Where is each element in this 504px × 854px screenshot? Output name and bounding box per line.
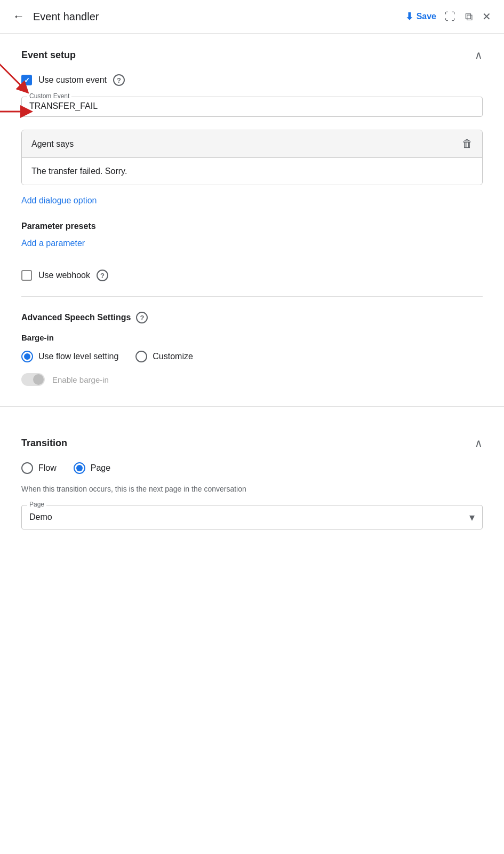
- barge-in-radio-group: Use flow level setting Customize: [21, 351, 483, 362]
- transition-flow-label: Flow: [38, 463, 57, 473]
- custom-event-row-wrapper: ✓ Use custom event ?: [21, 74, 483, 86]
- event-setup-title: Event setup: [21, 50, 76, 61]
- save-button[interactable]: ⬇ Save: [405, 11, 436, 22]
- barge-in-flow-label: Use flow level setting: [38, 352, 118, 361]
- transition-title: Transition: [21, 438, 67, 449]
- barge-in-customize-radio[interactable]: [135, 351, 147, 362]
- use-custom-event-row: ✓ Use custom event ?: [21, 74, 483, 86]
- page-title: Event handler: [33, 11, 397, 23]
- close-icon[interactable]: ✕: [482, 10, 491, 23]
- barge-in-flow-radio-inner: [24, 353, 30, 360]
- use-webhook-checkbox[interactable]: [21, 270, 32, 281]
- add-dialogue-label: Add dialogue option: [21, 196, 97, 205]
- advanced-speech-title: Advanced Speech Settings: [21, 313, 131, 322]
- transition-radio-group: Flow Page: [21, 462, 483, 474]
- delete-agent-says-button[interactable]: 🗑: [462, 138, 473, 150]
- use-webhook-label: Use webhook: [38, 271, 90, 280]
- webhook-help-icon[interactable]: ?: [97, 270, 108, 281]
- agent-says-header: Agent says 🗑: [22, 130, 482, 158]
- toggle-knob: [33, 374, 44, 385]
- save-label: Save: [417, 12, 436, 21]
- page-field-label: Page: [27, 501, 46, 508]
- advanced-speech-help-icon[interactable]: ?: [136, 312, 148, 323]
- add-parameter-label: Add a parameter: [21, 239, 85, 248]
- agent-says-card: Agent says 🗑 The transfer failed. Sorry.: [21, 130, 483, 185]
- enable-barge-in-toggle: [21, 373, 45, 386]
- header: ← Event handler ⬇ Save ⛶ ⧉ ✕: [0, 0, 504, 34]
- event-setup-section: Event setup ∧ ✓ Use custom event ?: [0, 34, 504, 401]
- barge-in-title: Barge-in: [21, 333, 483, 342]
- dropdown-arrow-icon: ▾: [469, 511, 475, 524]
- transition-header: Transition ∧: [21, 437, 483, 449]
- move-icon[interactable]: ⧉: [465, 11, 473, 23]
- custom-event-field-label: Custom Event: [27, 92, 71, 100]
- transition-flow-option[interactable]: Flow: [21, 462, 57, 474]
- checkmark-icon: ✓: [24, 76, 30, 84]
- divider-1: [21, 296, 483, 297]
- barge-in-customize-option[interactable]: Customize: [135, 351, 193, 362]
- use-custom-event-checkbox[interactable]: ✓: [21, 75, 32, 85]
- barge-in-customize-label: Customize: [153, 352, 193, 361]
- enable-barge-in-row: Enable barge-in: [21, 373, 483, 386]
- transition-section: Transition ∧ Flow Page When this transit…: [0, 422, 504, 529]
- add-dialogue-button[interactable]: Add dialogue option: [21, 196, 483, 222]
- custom-event-field-value: TRANSFER_FAIL: [29, 99, 98, 110]
- transition-flow-radio[interactable]: [21, 462, 33, 474]
- transition-description: When this transition occurs, this is the…: [21, 485, 483, 493]
- page-field-value: Demo: [29, 512, 52, 522]
- advanced-speech-row: Advanced Speech Settings ?: [21, 312, 483, 323]
- barge-in-flow-level-option[interactable]: Use flow level setting: [21, 351, 118, 362]
- add-parameter-button[interactable]: Add a parameter: [21, 239, 483, 264]
- custom-event-field-wrapper: Custom Event TRANSFER_FAIL: [21, 97, 483, 117]
- transition-page-option[interactable]: Page: [74, 462, 110, 474]
- enable-barge-in-label: Enable barge-in: [52, 375, 109, 384]
- back-button[interactable]: ←: [13, 10, 25, 23]
- transition-collapse-icon[interactable]: ∧: [475, 437, 483, 449]
- custom-event-field[interactable]: Custom Event TRANSFER_FAIL: [21, 97, 483, 117]
- agent-says-text: The transfer failed. Sorry.: [31, 167, 127, 176]
- use-custom-event-label: Use custom event: [38, 75, 107, 85]
- page-select-field[interactable]: Page Demo ▾: [21, 505, 483, 529]
- collapse-icon[interactable]: ∧: [475, 49, 483, 61]
- event-setup-header: Event setup ∧: [21, 49, 483, 61]
- section-divider: [0, 406, 504, 407]
- transition-page-radio-inner: [76, 465, 83, 471]
- custom-event-help-icon[interactable]: ?: [113, 74, 125, 86]
- save-icon: ⬇: [405, 11, 413, 22]
- parameter-presets-section: Parameter presets Add a parameter: [21, 222, 483, 264]
- agent-says-body[interactable]: The transfer failed. Sorry.: [22, 158, 482, 185]
- transition-page-radio[interactable]: [74, 462, 85, 474]
- agent-says-title: Agent says: [31, 139, 74, 149]
- barge-in-flow-radio[interactable]: [21, 351, 33, 362]
- transition-page-label: Page: [91, 463, 110, 473]
- header-actions: ⛶ ⧉ ✕: [445, 10, 491, 23]
- use-webhook-row: Use webhook ?: [21, 270, 483, 281]
- fullscreen-icon[interactable]: ⛶: [445, 11, 455, 23]
- parameter-presets-title: Parameter presets: [21, 222, 483, 231]
